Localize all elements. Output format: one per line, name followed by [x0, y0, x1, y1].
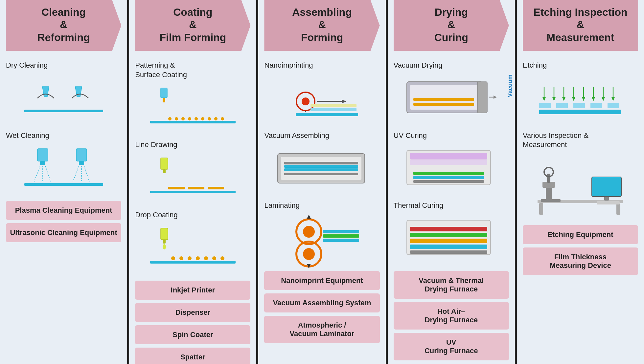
svg-rect-27: [161, 158, 168, 169]
svg-point-42: [220, 256, 224, 260]
svg-rect-85: [410, 239, 487, 243]
svg-rect-7: [79, 161, 84, 165]
svg-line-8: [34, 166, 40, 182]
column-coating: Coating&Film Forming Patterning &Surface…: [129, 0, 256, 364]
svg-marker-99: [562, 97, 565, 101]
process-label-wet: Wet Cleaning: [6, 131, 49, 140]
svg-marker-97: [552, 97, 556, 101]
svg-point-41: [212, 256, 216, 260]
product-vacuum-thermal: Vacuum & ThermalDrying Furnace: [394, 271, 509, 299]
diagram-drop-coating: [135, 223, 250, 273]
svg-rect-62: [323, 234, 359, 238]
diagram-wet-cleaning: [6, 143, 121, 194]
svg-point-24: [214, 117, 218, 120]
diagram-patterning: [135, 82, 250, 133]
col-header-etching: Etching Inspection&Measurement: [523, 0, 638, 51]
svg-rect-112: [616, 203, 620, 215]
diagram-laminating: [264, 213, 380, 264]
svg-rect-5: [40, 161, 45, 165]
svg-rect-92: [590, 103, 602, 108]
svg-point-21: [195, 117, 198, 120]
main-container: Cleaning&Reforming Dry Cleaning Wet Clea…: [0, 0, 644, 364]
column-cleaning: Cleaning&Reforming Dry Cleaning Wet Clea…: [0, 0, 127, 364]
process-label-vacuum-assembling: Vacuum Assembling: [264, 131, 329, 140]
svg-rect-78: [410, 160, 487, 165]
process-label-line-drawing: Line Drawing: [135, 140, 177, 150]
diagram-line-drawing: [135, 152, 250, 203]
svg-rect-56: [284, 173, 358, 175]
svg-point-17: [168, 117, 172, 120]
svg-rect-70: [413, 98, 474, 101]
svg-rect-63: [323, 239, 359, 242]
svg-rect-15: [161, 88, 167, 98]
svg-point-38: [188, 256, 192, 260]
svg-rect-50: [310, 104, 356, 107]
svg-rect-111: [539, 203, 543, 215]
svg-marker-101: [572, 97, 575, 101]
svg-point-37: [179, 256, 183, 260]
svg-marker-107: [602, 97, 605, 101]
product-vacuum-assembling: Vacuum Assembling System: [264, 293, 380, 312]
process-label-thermal-curing: Thermal Curing: [394, 201, 444, 210]
diagram-vacuum-assembling: [264, 143, 380, 194]
svg-point-25: [221, 117, 224, 120]
svg-point-39: [196, 256, 200, 260]
svg-point-36: [171, 256, 175, 260]
svg-point-19: [181, 117, 185, 120]
svg-marker-105: [592, 97, 595, 101]
svg-marker-74: [494, 96, 497, 99]
svg-rect-93: [608, 103, 619, 108]
process-label-laminating: Laminating: [264, 201, 300, 210]
svg-point-20: [188, 117, 191, 120]
diagram-inspection: [523, 152, 638, 218]
product-uv-curing-furnace: UVCuring Furnace: [394, 333, 509, 360]
svg-rect-43: [296, 113, 358, 116]
svg-rect-26: [150, 191, 236, 193]
col-header-drying: Drying&Curing: [394, 0, 509, 51]
svg-rect-49: [310, 108, 356, 111]
column-assembling: Assembling&Forming Nanoimprinting Vacuum…: [258, 0, 385, 364]
product-spin-coater: Spin Coater: [135, 325, 250, 344]
svg-text:Vacuum: Vacuum: [507, 75, 513, 97]
svg-rect-53: [284, 168, 358, 171]
process-label-drop-coating: Drop Coating: [135, 210, 178, 220]
product-plasma-cleaning: Plasma Cleaning Equipment: [6, 201, 121, 220]
col-header-cleaning: Cleaning&Reforming: [6, 0, 121, 51]
diagram-dry-cleaning: [6, 73, 121, 124]
svg-rect-30: [188, 187, 204, 189]
process-label-inspection: Various Inspection &Measurement: [523, 131, 588, 150]
svg-rect-84: [410, 233, 487, 237]
svg-rect-77: [410, 153, 487, 160]
product-inkjet: Inkjet Printer: [135, 281, 250, 300]
diagram-nanoimprinting: [264, 73, 380, 124]
svg-point-23: [208, 117, 211, 120]
svg-rect-79: [413, 172, 484, 175]
svg-marker-103: [582, 97, 585, 101]
svg-marker-1: [42, 87, 49, 96]
svg-marker-109: [611, 97, 615, 101]
svg-point-18: [175, 117, 178, 120]
svg-line-13: [84, 166, 89, 182]
process-label-vacuum-drying: Vacuum Drying: [394, 61, 443, 70]
svg-rect-81: [413, 180, 484, 183]
product-nanoimprint: Nanoimprint Equipment: [264, 271, 380, 290]
diagram-thermal-curing: [394, 213, 509, 264]
svg-point-40: [204, 256, 208, 260]
svg-rect-113: [546, 187, 552, 200]
svg-rect-54: [284, 165, 358, 168]
svg-rect-14: [150, 121, 236, 123]
column-drying: Drying&Curing Vacuum Drying Vacuum U: [388, 0, 515, 364]
svg-rect-115: [547, 174, 550, 183]
process-label-etching: Etching: [523, 61, 547, 70]
svg-rect-33: [161, 228, 168, 240]
diagram-uv-curing: [394, 143, 509, 194]
product-etching-equipment: Etching Equipment: [523, 225, 638, 244]
svg-marker-47: [342, 99, 346, 103]
svg-point-35: [163, 244, 166, 249]
col-header-assembling: Assembling&Forming: [264, 0, 380, 51]
svg-rect-87: [410, 250, 487, 254]
svg-point-60: [303, 248, 315, 260]
product-film-thickness: Film ThicknessMeasuring Device: [523, 247, 638, 275]
svg-rect-82: [407, 220, 491, 255]
svg-point-58: [303, 226, 315, 238]
